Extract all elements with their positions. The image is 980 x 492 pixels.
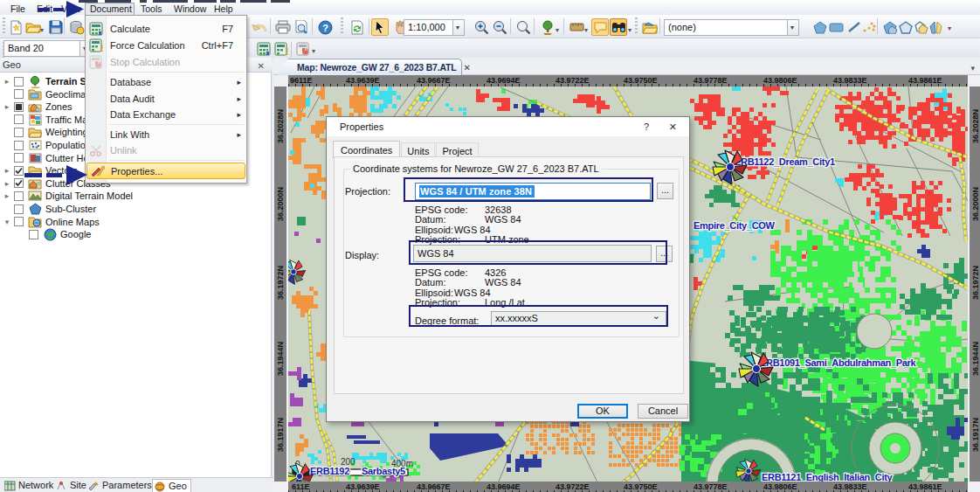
svg-text:Empire_City_COW: Empire_City_COW <box>694 220 776 231</box>
svg-text:ERB1122_Dream_City1: ERB1122_Dream_City1 <box>735 156 835 167</box>
svg-text:!: ! <box>286 46 289 56</box>
svg-text:ERB1091_Sami_Abdulrahman_Park: ERB1091_Sami_Abdulrahman_Park <box>760 357 917 368</box>
svg-text:!: ! <box>100 43 104 52</box>
svg-text:ERB1192: ERB1192 <box>310 466 349 476</box>
svg-text:?: ? <box>322 22 328 32</box>
svg-text:ERB1121_English_Italian_City: ERB1121_English_Italian_City <box>762 472 894 482</box>
svg-text:Sarbasty5: Sarbasty5 <box>362 466 405 476</box>
